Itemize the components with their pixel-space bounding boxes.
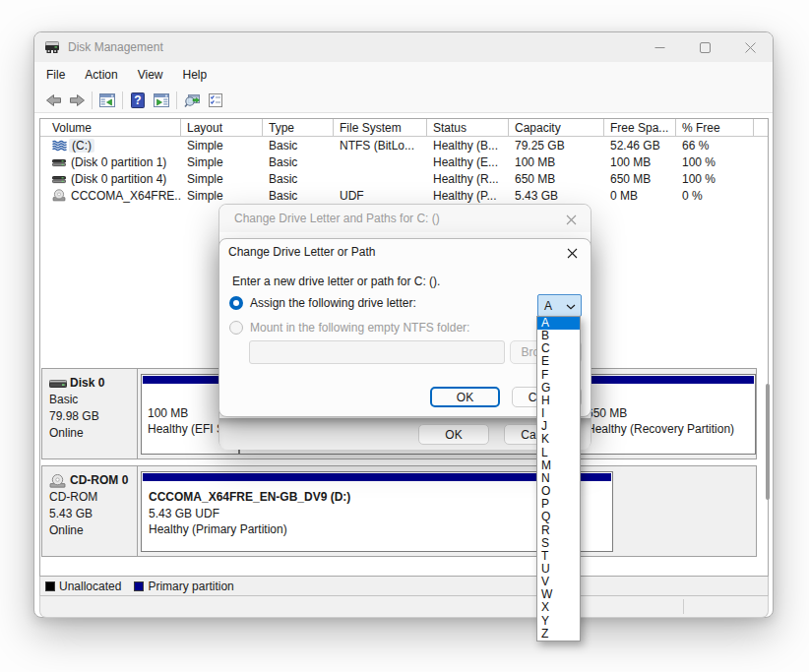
disk0-descriptor[interactable]: Disk 0 Basic 79.98 GB Online bbox=[42, 369, 138, 458]
ok-button[interactable]: OK bbox=[430, 387, 500, 407]
drive-letter-option[interactable]: L bbox=[537, 447, 580, 459]
menu-file[interactable]: File bbox=[36, 64, 75, 86]
close-button[interactable] bbox=[727, 32, 773, 62]
volume-cell: 100 % bbox=[682, 172, 716, 186]
app-icon-wrapper bbox=[44, 39, 60, 55]
drive-letter-option[interactable]: Y bbox=[537, 615, 580, 628]
menu-action[interactable]: Action bbox=[75, 64, 127, 86]
assign-letter-label: Assign the following drive letter: bbox=[250, 296, 416, 310]
column-header-label: Layout bbox=[187, 121, 222, 135]
volume-row[interactable]: (C:)SimpleBasicNTFS (BitLo...Healthy (B.… bbox=[40, 137, 768, 153]
table-cell: 100 MB bbox=[604, 153, 676, 170]
table-cell: 5.43 GB bbox=[509, 187, 604, 204]
volume-row[interactable]: CCCOMA_X64FRE...SimpleBasicUDFHealthy (P… bbox=[40, 187, 768, 204]
drive-letter-option[interactable]: K bbox=[537, 433, 580, 446]
menu-help[interactable]: Help bbox=[173, 64, 218, 86]
properties-button[interactable] bbox=[204, 90, 227, 111]
properties-icon bbox=[208, 92, 223, 108]
disk-icon bbox=[49, 378, 67, 390]
disk-status: Online bbox=[49, 522, 137, 539]
maximize-button[interactable] bbox=[682, 32, 727, 62]
status-bar-divider bbox=[683, 599, 684, 614]
mount-folder-radio[interactable] bbox=[229, 321, 243, 335]
volume-icon bbox=[52, 140, 67, 152]
window-titlebar[interactable]: Disk Management bbox=[34, 32, 773, 62]
partition-size: 5.43 GB UDF bbox=[149, 506, 350, 522]
partition-status: Healthy (Recovery Partition) bbox=[587, 421, 734, 437]
help-button[interactable]: ? bbox=[126, 90, 150, 111]
vertical-scrollbar[interactable] bbox=[766, 384, 770, 500]
dialog-titlebar[interactable]: Change Drive Letter or Path bbox=[219, 239, 591, 265]
forward-icon bbox=[69, 92, 86, 108]
volume-cell: 650 MB bbox=[610, 172, 651, 186]
table-cell: 79.25 GB bbox=[509, 137, 604, 153]
dialog-close-button[interactable] bbox=[561, 213, 581, 226]
partition-status: Healthy (Primary Partition) bbox=[149, 521, 350, 538]
cdrom-descriptor[interactable]: CD-ROM 0 CD-ROM 5.43 GB Online bbox=[42, 466, 138, 556]
console-tree-icon bbox=[99, 92, 115, 108]
disk-type: CD-ROM bbox=[49, 489, 137, 506]
column-header[interactable]: Status bbox=[427, 119, 509, 137]
drive-letter-option[interactable]: F bbox=[537, 369, 580, 382]
column-header[interactable]: Free Spa... bbox=[604, 119, 676, 137]
table-cell: (Disk 0 partition 1) bbox=[46, 153, 181, 170]
legend-swatch bbox=[45, 581, 55, 591]
drive-letter-value: A bbox=[544, 299, 552, 313]
column-header[interactable]: % Free bbox=[676, 119, 754, 137]
column-header[interactable]: File System bbox=[334, 119, 427, 137]
drive-letter-option[interactable]: G bbox=[537, 382, 580, 395]
volume-cell: Simple bbox=[187, 139, 223, 153]
partition-recovery[interactable]: 650 MB Healthy (Recovery Partition) bbox=[580, 374, 756, 455]
back-button[interactable] bbox=[41, 90, 65, 111]
volume-row[interactable]: (Disk 0 partition 4)SimpleBasicHealthy (… bbox=[40, 170, 768, 187]
minimize-button[interactable] bbox=[637, 32, 682, 62]
forward-button[interactable] bbox=[65, 90, 89, 111]
column-header-label: % Free bbox=[682, 121, 720, 135]
dialog-close-button[interactable] bbox=[562, 246, 582, 260]
drive-letter-option[interactable]: Q bbox=[537, 511, 580, 523]
disk-type: Basic bbox=[49, 392, 137, 408]
column-header[interactable]: Type bbox=[263, 119, 334, 137]
table-cell: 52.46 GB bbox=[604, 137, 676, 153]
table-cell: (C:) bbox=[46, 137, 181, 153]
drive-letter-option[interactable]: X bbox=[537, 601, 580, 614]
close-icon bbox=[745, 42, 756, 53]
action-pane-button[interactable] bbox=[150, 90, 173, 111]
volume-cell: 52.46 GB bbox=[610, 139, 660, 153]
table-cell: Simple bbox=[181, 153, 263, 170]
volume-cell: Healthy (B... bbox=[433, 139, 498, 153]
volume-cell: 5.43 GB bbox=[515, 189, 558, 203]
volume-cell: UDF bbox=[340, 189, 364, 203]
table-cell: NTFS (BitLo... bbox=[334, 137, 427, 153]
volume-row[interactable]: (Disk 0 partition 1)SimpleBasicHealthy (… bbox=[40, 153, 768, 170]
console-tree-button[interactable] bbox=[95, 90, 119, 111]
drive-letter-option[interactable]: M bbox=[537, 459, 580, 472]
drive-letter-option[interactable]: S bbox=[537, 537, 580, 550]
volume-cell: Simple bbox=[187, 189, 223, 203]
menu-view[interactable]: View bbox=[128, 64, 173, 86]
column-header[interactable]: Layout bbox=[181, 119, 263, 137]
volume-cell: 100 MB bbox=[610, 155, 651, 169]
assign-letter-radio[interactable] bbox=[229, 296, 243, 310]
table-cell: Basic bbox=[263, 187, 334, 204]
volume-cell: Basic bbox=[269, 189, 297, 203]
drive-letter-option[interactable]: R bbox=[537, 524, 580, 537]
legend-item: Primary partition bbox=[134, 580, 233, 593]
drive-letter-combobox[interactable]: A bbox=[537, 294, 582, 317]
hdd-volume-icon bbox=[52, 156, 66, 168]
column-header[interactable]: Capacity bbox=[509, 119, 604, 137]
drive-letter-option[interactable]: T bbox=[537, 550, 580, 563]
ok-button[interactable]: OK bbox=[418, 424, 489, 445]
column-header-label: Status bbox=[433, 121, 467, 135]
rescan-disks-button[interactable] bbox=[180, 90, 204, 111]
drive-letter-option[interactable]: Z bbox=[537, 628, 580, 641]
volume-list-rows: (C:)SimpleBasicNTFS (BitLo...Healthy (B.… bbox=[40, 137, 768, 204]
table-cell: Simple bbox=[181, 187, 263, 204]
close-icon bbox=[566, 214, 577, 225]
dialog-titlebar[interactable]: Change Drive Letter and Paths for C: () bbox=[219, 205, 591, 232]
mount-path-input[interactable] bbox=[249, 340, 505, 364]
partition-size: 650 MB bbox=[587, 405, 734, 421]
column-header-label: Type bbox=[269, 121, 294, 135]
column-header[interactable]: Volume bbox=[46, 119, 181, 137]
drive-letter-option[interactable]: E bbox=[537, 355, 580, 368]
